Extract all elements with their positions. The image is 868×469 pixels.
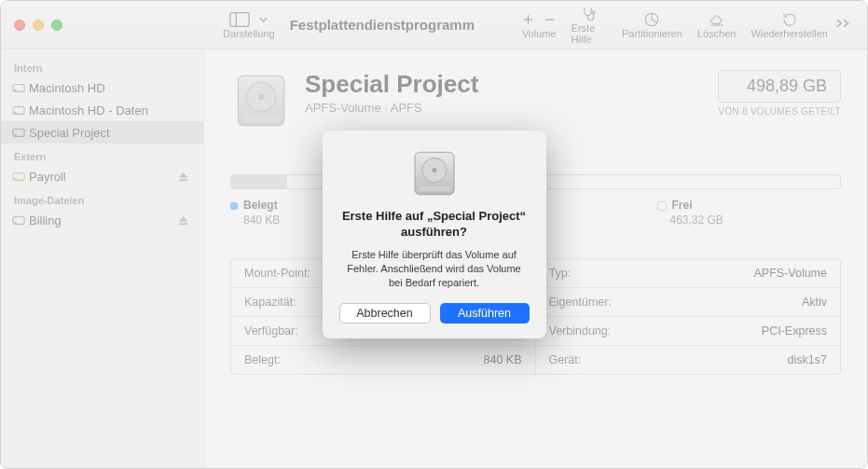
dialog-overlay: Erste Hilfe auf „Special Project“ ausfüh… <box>1 1 867 468</box>
disk-utility-window: Darstellung Festplattendienstprogramm Vo… <box>0 0 868 469</box>
cancel-button[interactable]: Abbrechen <box>339 303 431 324</box>
dialog-title: Erste Hilfe auf „Special Project“ ausfüh… <box>339 209 530 241</box>
dialog-body: Erste Hilfe überprüft das Volume auf Feh… <box>339 248 530 290</box>
svg-point-28 <box>432 168 436 172</box>
dialog-hdd-icon <box>408 147 461 200</box>
first-aid-dialog: Erste Hilfe auf „Special Project“ ausfüh… <box>323 131 546 338</box>
svg-rect-29 <box>418 186 450 191</box>
run-button[interactable]: Ausführen <box>440 303 530 324</box>
